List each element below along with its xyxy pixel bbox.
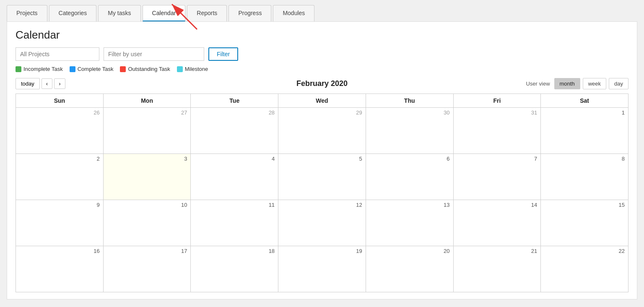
calendar-day-cell[interactable]: 26: [16, 108, 104, 154]
legend-item: Outstanding Task: [120, 66, 170, 72]
calendar-day-cell[interactable]: 31: [453, 108, 541, 154]
tabs-container: ProjectsCategoriesMy tasksCalendarReport…: [0, 0, 644, 21]
calendar-header-row: SunMonTueWedThuFriSat: [16, 94, 628, 108]
filter-row: Filter: [16, 47, 628, 61]
project-filter[interactable]: [16, 47, 99, 61]
month-title: February 2020: [296, 79, 348, 88]
view-btn-week[interactable]: week: [583, 78, 606, 89]
calendar-day-cell[interactable]: 8: [541, 154, 628, 200]
legend-color-dot: [16, 66, 21, 72]
day-number: 31: [457, 109, 538, 116]
calendar-nav: today ‹ ›: [16, 78, 65, 89]
calendar-day-cell[interactable]: 29: [278, 108, 366, 154]
tab-projects[interactable]: Projects: [7, 5, 47, 21]
calendar-day-cell[interactable]: 14: [453, 200, 541, 246]
day-number: 2: [19, 156, 100, 162]
calendar-day-cell[interactable]: 13: [366, 200, 453, 246]
calendar-day-cell[interactable]: 2: [16, 154, 104, 200]
legend-color-dot: [70, 66, 75, 72]
day-number: 26: [19, 109, 100, 116]
today-button[interactable]: today: [16, 78, 40, 89]
legend-label: Milestone: [185, 66, 208, 72]
calendar-controls: today ‹ › February 2020 User view monthw…: [16, 78, 628, 89]
day-number: 15: [544, 202, 625, 208]
calendar-day-cell[interactable]: 17: [103, 246, 191, 292]
legend: Incomplete TaskComplete TaskOutstanding …: [16, 66, 628, 72]
tab-reports[interactable]: Reports: [187, 5, 227, 21]
weekday-header: Mon: [103, 94, 191, 108]
calendar-day-cell[interactable]: 22: [541, 246, 628, 292]
calendar-day-cell[interactable]: 9: [16, 200, 104, 246]
view-btn-day[interactable]: day: [609, 78, 628, 89]
calendar-day-cell[interactable]: 15: [541, 200, 628, 246]
day-number: 16: [19, 248, 100, 254]
day-number: 28: [194, 109, 275, 116]
day-number: 18: [194, 248, 275, 254]
calendar-day-cell[interactable]: 20: [366, 246, 453, 292]
calendar-day-cell[interactable]: 19: [278, 246, 366, 292]
calendar-week-row: 16171819202122: [16, 246, 628, 292]
user-view-label: User view: [526, 81, 550, 87]
page-title: Calendar: [16, 29, 628, 42]
calendar-day-cell[interactable]: 18: [191, 246, 278, 292]
legend-item: Complete Task: [70, 66, 114, 72]
calendar-day-cell[interactable]: 27: [103, 108, 191, 154]
calendar-day-cell[interactable]: 10: [103, 200, 191, 246]
calendar-day-cell[interactable]: 3: [103, 154, 191, 200]
calendar-day-cell[interactable]: 4: [191, 154, 278, 200]
calendar-day-cell[interactable]: 30: [366, 108, 453, 154]
day-number: 30: [369, 109, 450, 116]
weekday-header: Sat: [541, 94, 628, 108]
calendar-week-row: 2627282930311: [16, 108, 628, 154]
filter-button[interactable]: Filter: [208, 47, 238, 61]
user-filter[interactable]: [104, 47, 204, 61]
day-number: 22: [544, 248, 625, 254]
day-number: 29: [282, 109, 362, 116]
calendar-day-cell[interactable]: 1: [541, 108, 628, 154]
day-number: 17: [107, 248, 187, 254]
calendar-day-cell[interactable]: 12: [278, 200, 366, 246]
day-number: 9: [19, 202, 100, 208]
day-number: 20: [369, 248, 450, 254]
day-number: 3: [107, 156, 187, 162]
day-number: 5: [282, 156, 362, 162]
calendar-table: SunMonTueWedThuFriSat 262728293031123456…: [16, 94, 628, 292]
legend-color-dot: [177, 66, 183, 72]
day-number: 14: [457, 202, 538, 208]
calendar-body: 2627282930311234567891011121314151617181…: [16, 108, 628, 292]
calendar-day-cell[interactable]: 21: [453, 246, 541, 292]
day-number: 8: [544, 156, 625, 162]
calendar-day-cell[interactable]: 7: [453, 154, 541, 200]
calendar-day-cell[interactable]: 6: [366, 154, 453, 200]
view-buttons: User view monthweekday: [526, 78, 628, 89]
legend-item: Milestone: [177, 66, 208, 72]
day-number: 19: [282, 248, 362, 254]
day-number: 1: [544, 109, 625, 116]
weekday-header: Wed: [278, 94, 366, 108]
legend-label: Outstanding Task: [128, 66, 170, 72]
tab-calendar[interactable]: Calendar: [143, 5, 186, 21]
day-number: 10: [107, 202, 187, 208]
legend-color-dot: [120, 66, 126, 72]
day-number: 6: [369, 156, 450, 162]
day-number: 7: [457, 156, 538, 162]
calendar-day-cell[interactable]: 16: [16, 246, 104, 292]
day-number: 13: [369, 202, 450, 208]
tab-my-tasks[interactable]: My tasks: [98, 5, 140, 21]
next-button[interactable]: ›: [54, 78, 65, 89]
view-btn-month[interactable]: month: [554, 78, 580, 89]
tab-modules[interactable]: Modules: [273, 5, 314, 21]
calendar-day-cell[interactable]: 11: [191, 200, 278, 246]
weekday-header: Sun: [16, 94, 104, 108]
legend-label: Complete Task: [78, 66, 114, 72]
nav-tabs: ProjectsCategoriesMy tasksCalendarReport…: [0, 0, 644, 21]
tab-categories[interactable]: Categories: [49, 5, 97, 21]
day-number: 11: [194, 202, 275, 208]
day-number: 4: [194, 156, 275, 162]
calendar-day-cell[interactable]: 5: [278, 154, 366, 200]
prev-button[interactable]: ‹: [42, 78, 52, 89]
calendar-day-cell[interactable]: 28: [191, 108, 278, 154]
calendar-week-row: 9101112131415: [16, 200, 628, 246]
legend-item: Incomplete Task: [16, 66, 63, 72]
tab-progress[interactable]: Progress: [229, 5, 271, 21]
